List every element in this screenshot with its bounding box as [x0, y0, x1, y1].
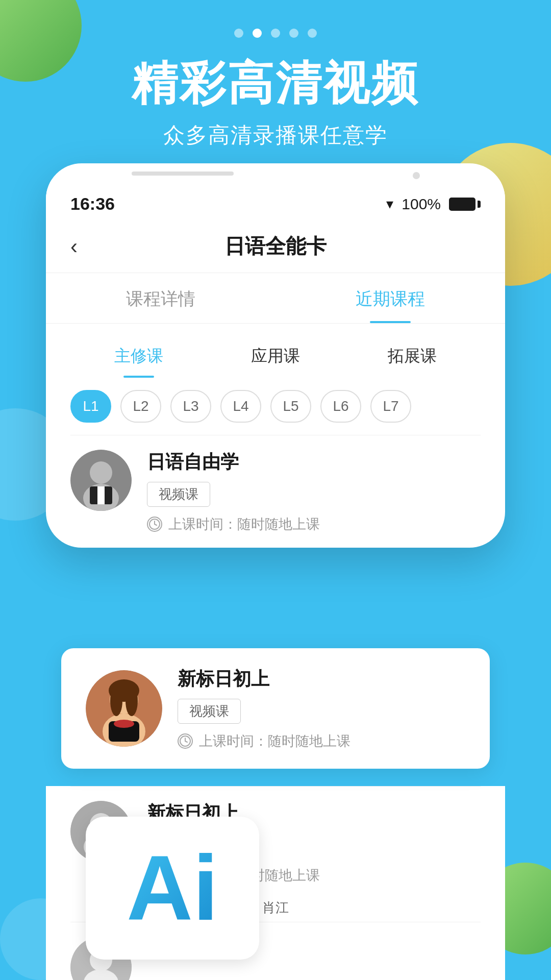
subtab-main-course[interactable]: 主修课 [70, 336, 207, 378]
sub-tabs: 主修课 应用课 拓展课 [46, 324, 505, 378]
level-selector: L1 L2 L3 L4 L5 L6 L7 [46, 378, 505, 435]
hero-section: 精彩高清视频 众多高清录播课任意学 [0, 48, 551, 170]
hero-title: 精彩高清视频 [20, 58, 531, 109]
ai-badge: Ai [86, 817, 259, 960]
hero-subtitle: 众多高清录播课任意学 [20, 121, 531, 150]
course-time-0: 上课时间：随时随地上课 [147, 515, 481, 533]
svg-point-13 [126, 685, 138, 716]
phone-notch-dot [413, 172, 420, 179]
svg-line-7 [155, 524, 157, 525]
battery-icon [449, 198, 481, 211]
back-button[interactable]: ‹ [70, 234, 78, 259]
svg-line-18 [185, 741, 187, 742]
course-time-1: 上课时间：随时随地上课 [178, 732, 465, 750]
phone-notch-area [46, 163, 505, 180]
course-info-1: 新标日初上 视频课 上课时间：随时随地上课 [178, 667, 465, 750]
svg-rect-4 [97, 486, 105, 504]
course-tag-1: 视频课 [178, 699, 241, 724]
course-name-1: 新标日初上 [178, 667, 465, 692]
tab-course-detail[interactable]: 课程详情 [46, 273, 276, 323]
dot-1[interactable] [234, 29, 243, 38]
subtab-extended-course[interactable]: 拓展课 [344, 336, 481, 378]
course-item-0[interactable]: 日语自由学 视频课 上课时间：随时随地上课 [46, 435, 505, 548]
svg-point-1 [90, 461, 112, 484]
phone-header: ‹ 日语全能卡 [46, 222, 505, 273]
subtab-applied-course[interactable]: 应用课 [207, 336, 344, 378]
avatar-1 [86, 670, 162, 747]
level-l7[interactable]: L7 [370, 390, 411, 423]
phone-notch [132, 172, 234, 176]
level-l5[interactable]: L5 [270, 390, 311, 423]
dot-3[interactable] [271, 29, 280, 38]
level-l6[interactable]: L6 [320, 390, 361, 423]
level-l3[interactable]: L3 [170, 390, 211, 423]
phone-status-icons: ▾ 100% [386, 195, 481, 213]
pagination [0, 0, 551, 48]
dot-5[interactable] [308, 29, 317, 38]
svg-point-15 [114, 720, 134, 728]
svg-point-12 [110, 685, 122, 716]
avatar-0 [70, 450, 132, 511]
battery-percent: 100% [402, 195, 441, 213]
phone-mockup: 16:36 ▾ 100% ‹ 日语全能卡 课程详情 近期课程 主修课 应用课 [46, 163, 505, 548]
wifi-icon: ▾ [386, 195, 393, 212]
main-tabs: 课程详情 近期课程 [46, 273, 505, 324]
course-info-0: 日语自由学 视频课 上课时间：随时随地上课 [147, 450, 481, 533]
level-l1[interactable]: L1 [70, 390, 111, 423]
course-name-0: 日语自由学 [147, 450, 481, 475]
clock-icon-1 [178, 733, 193, 749]
battery-body [449, 198, 475, 211]
tab-recent-courses[interactable]: 近期课程 [276, 273, 505, 323]
battery-tip [478, 201, 481, 208]
course-tag-0: 视频课 [147, 482, 210, 507]
dot-4[interactable] [289, 29, 298, 38]
clock-icon-0 [147, 517, 162, 532]
level-l4[interactable]: L4 [220, 390, 261, 423]
ai-label: Ai [127, 842, 218, 934]
featured-course-card[interactable]: 新标日初上 视频课 上课时间：随时随地上课 [61, 648, 490, 769]
page-title: 日语全能卡 [224, 232, 327, 260]
phone-time: 16:36 [70, 194, 115, 214]
phone-status-bar: 16:36 ▾ 100% [46, 180, 505, 222]
dot-2[interactable] [253, 29, 262, 38]
level-l2[interactable]: L2 [120, 390, 161, 423]
